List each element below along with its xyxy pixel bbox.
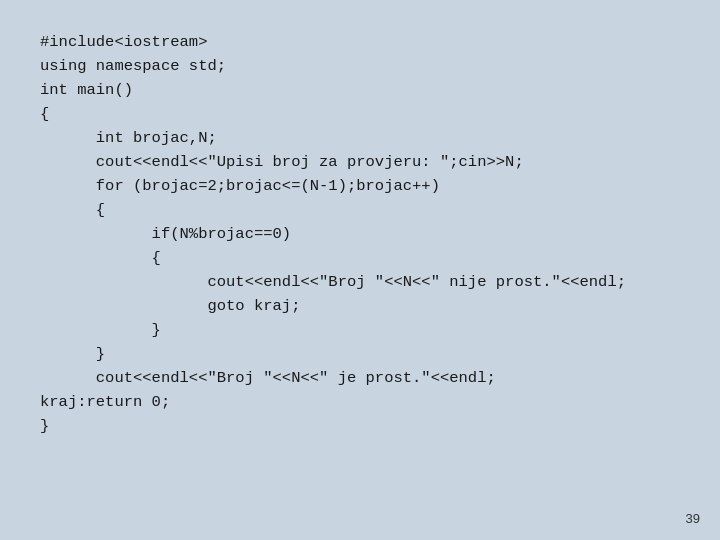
page-number: 39 <box>686 511 700 526</box>
code-block: #include<iostream> using namespace std; … <box>40 30 680 438</box>
slide: #include<iostream> using namespace std; … <box>0 0 720 540</box>
